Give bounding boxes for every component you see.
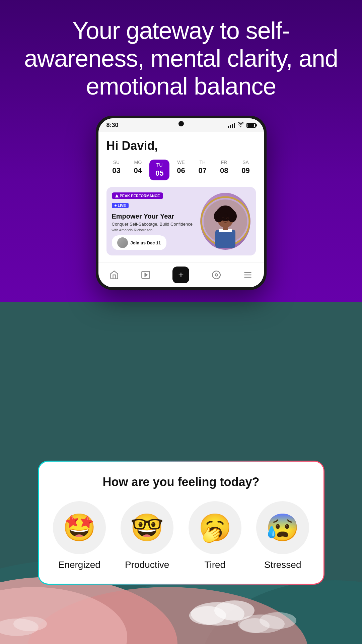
feelings-title: How are you feeling today?: [49, 475, 313, 489]
live-badge: LIVE: [112, 203, 129, 208]
feeling-circle-stressed: 😰: [256, 501, 309, 554]
svg-point-28: [215, 274, 217, 276]
phone-mockup: 8:30: [96, 116, 267, 290]
feeling-circle-tired: 🥱: [189, 501, 241, 554]
svg-point-8: [189, 606, 226, 625]
avatar: [117, 237, 128, 248]
feeling-label-energized: Energized: [58, 560, 100, 570]
feeling-label-stressed: Stressed: [264, 560, 301, 570]
cal-day-su[interactable]: SU 03: [106, 160, 127, 180]
svg-marker-27: [145, 273, 147, 276]
feeling-circle-energized: 🤩: [53, 501, 106, 554]
join-button[interactable]: Join us Dec 11: [112, 235, 166, 250]
bottom-nav: +: [98, 262, 264, 287]
greeting-text: Hi David,: [106, 139, 256, 153]
feeling-tired[interactable]: 🥱 Tired: [189, 501, 241, 570]
camera-notch: [178, 121, 184, 126]
feeling-circle-productive: 🤓: [121, 501, 173, 554]
feeling-productive[interactable]: 🤓 Productive: [121, 501, 173, 570]
event-illustration: [200, 193, 250, 250]
svg-rect-18: [215, 230, 235, 248]
feeling-stressed[interactable]: 😰 Stressed: [256, 501, 309, 570]
feelings-card-wrapper: How are you feeling today? 🤩 Energized 🤓…: [38, 461, 324, 585]
calendar-strip[interactable]: SU 03 MO 04 TU 05 WE 06: [106, 160, 256, 180]
feeling-label-tired: Tired: [204, 560, 225, 570]
feelings-card: How are you feeling today? 🤩 Energized 🤓…: [39, 462, 323, 584]
nav-plus-button[interactable]: +: [172, 267, 189, 283]
nav-podcast[interactable]: [212, 270, 221, 280]
nav-menu[interactable]: [243, 270, 252, 280]
phone-screen: 8:30: [98, 118, 264, 287]
nav-home[interactable]: [110, 270, 119, 280]
svg-point-25: [219, 206, 232, 214]
peak-badge: PEAK PERFORMANCE: [112, 192, 163, 199]
status-bar: 8:30: [98, 118, 264, 132]
cal-day-fr[interactable]: FR 08: [214, 160, 234, 180]
feelings-grid: 🤩 Energized 🤓 Productive 🥱 Tired 😰: [49, 501, 313, 570]
signal-icon: [228, 123, 235, 128]
event-card[interactable]: PEAK PERFORMANCE LIVE Empower Your Year …: [106, 187, 256, 255]
status-icons: [228, 122, 256, 129]
nav-media[interactable]: [141, 270, 150, 280]
event-title: Empower Your Year: [112, 212, 196, 220]
battery-icon: [246, 123, 256, 128]
event-card-left: PEAK PERFORMANCE LIVE Empower Your Year …: [112, 192, 196, 250]
cal-day-we[interactable]: WE 06: [171, 160, 191, 180]
svg-point-11: [239, 618, 270, 633]
cal-day-tu[interactable]: TU 05: [149, 160, 169, 180]
wifi-icon: [238, 122, 244, 129]
app-headline: Your gateway to self-awareness, mental c…: [0, 17, 362, 100]
svg-marker-14: [115, 194, 119, 197]
app-content: Hi David, SU 03 MO 04 TU 05: [98, 132, 264, 262]
event-author: with Amanda Richardson: [112, 228, 196, 232]
cal-day-th[interactable]: TH 07: [193, 160, 213, 180]
status-time: 8:30: [106, 122, 119, 129]
event-subtitle: Conquer Self-Sabotage, Build Confidence: [112, 222, 196, 227]
feeling-label-productive: Productive: [125, 560, 169, 570]
nav-add[interactable]: +: [172, 267, 189, 283]
phone-frame: 8:30: [96, 116, 267, 290]
svg-point-13: [13, 617, 47, 631]
cal-day-sa[interactable]: SA 09: [235, 160, 256, 180]
feeling-energized[interactable]: 🤩 Energized: [53, 501, 106, 570]
cal-day-mo[interactable]: MO 04: [128, 160, 148, 180]
